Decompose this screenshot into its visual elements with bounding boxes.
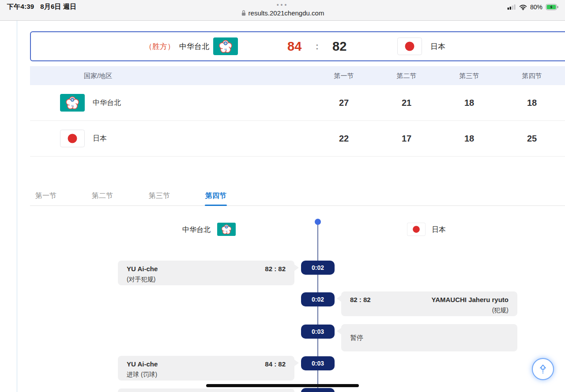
safari-ipad-window: u 下午4:398月6日 週日 ••• results.2021chengdu.… <box>0 0 565 392</box>
match-result-banner: （胜方） 中华台北 84 : 82 日本 <box>30 31 565 61</box>
japan-flag <box>60 129 85 148</box>
home-final-score: 84 <box>287 39 301 54</box>
q3-score: 18 <box>443 98 496 108</box>
timeline-start-dot <box>315 219 321 225</box>
event-player: YU Ai-che <box>127 360 158 369</box>
status-icons: 80% <box>507 4 559 11</box>
winner-label: （胜方） <box>145 41 175 52</box>
row-team-name: 中华台北 <box>93 98 121 108</box>
event-time-badge: 0:02 <box>301 261 335 275</box>
lock-icon <box>241 10 246 16</box>
address-bar[interactable]: results.2021chengdu.com <box>0 9 565 17</box>
away-final-score: 82 <box>332 39 347 54</box>
row-team-name: 日本 <box>93 134 107 143</box>
q1-score: 27 <box>317 98 370 108</box>
event-detail: (犯规) <box>350 306 508 314</box>
japan-flag <box>407 222 426 236</box>
event-card-away-foul: 82 : 82 YAMAUCHI Jaheru ryuto (犯规) <box>341 291 517 316</box>
event-detail: 进球 (罚球) <box>127 370 286 379</box>
event-score: 82 : 82 <box>265 265 286 273</box>
partial-event-card <box>118 388 294 392</box>
event-detail: (对手犯规) <box>127 275 286 284</box>
event-card-home-free-throw: YU Ai-che 84 : 82 进球 (罚球) <box>118 356 294 381</box>
table-row-japan: 日本 22 17 18 25 <box>30 121 565 157</box>
home-indicator-bar[interactable] <box>206 384 359 387</box>
event-time-badge: 0:02 <box>301 292 335 306</box>
q2-score: 17 <box>380 134 433 144</box>
column-header-q3: 第三节 <box>443 66 496 85</box>
chinese-taipei-flag <box>217 222 236 236</box>
tab-q2[interactable]: 第二节 <box>92 191 113 201</box>
quarters-table-header: 国家/地区 第一节 第二节 第三节 第四节 <box>30 66 565 85</box>
event-time-badge: 0:03 <box>301 356 335 370</box>
address-bar-url: results.2021chengdu.com <box>249 9 324 17</box>
page-left-rule <box>17 21 17 392</box>
battery-percent: 80% <box>530 4 542 11</box>
away-team-name: 日本 <box>430 41 445 52</box>
q4-score: 18 <box>505 98 558 108</box>
chinese-taipei-flag <box>213 37 238 55</box>
table-row-chinese-taipei: 中华台北 27 21 18 18 <box>30 85 565 121</box>
chinese-taipei-flag <box>60 93 85 112</box>
arrow-up-icon <box>537 363 549 375</box>
event-card-home-foul-drawn: YU Ai-che 82 : 82 (对手犯规) <box>118 261 294 285</box>
score-separator: : <box>316 41 319 52</box>
q2-score: 21 <box>380 98 433 108</box>
q1-score: 22 <box>317 134 370 144</box>
event-player: YAMAUCHI Jaheru ryuto <box>432 295 508 304</box>
event-score: 84 : 82 <box>265 360 286 369</box>
timeline-away-team: 日本 <box>432 225 446 235</box>
browser-status-bar: 下午4:398月6日 週日 ••• results.2021chengdu.co… <box>0 0 565 21</box>
q3-score: 18 <box>443 134 496 144</box>
period-tabs: 第一节 第二节 第三节 第四节 <box>30 190 565 206</box>
wifi-icon <box>519 4 527 10</box>
battery-charging-icon <box>546 4 559 10</box>
column-header-q4: 第四节 <box>505 66 558 85</box>
event-detail: 暂停 <box>341 324 517 351</box>
q4-score: 25 <box>505 134 558 144</box>
event-card-away-timeout: 暂停 <box>341 324 517 351</box>
column-header-q2: 第二节 <box>380 66 433 85</box>
home-team-name: 中华台北 <box>179 41 209 52</box>
event-time-badge: 0:03 <box>301 325 335 339</box>
event-player: YU Ai-che <box>127 265 158 273</box>
timeline-home-team: 中华台北 <box>182 225 211 235</box>
tab-overview-dots[interactable]: ••• <box>0 1 565 8</box>
japan-flag <box>397 37 422 55</box>
tab-q4-active[interactable]: 第四节 <box>205 191 226 201</box>
column-header-team: 国家/地区 <box>84 66 112 85</box>
scroll-to-top-button[interactable] <box>532 358 554 380</box>
column-header-q1: 第一节 <box>317 66 370 85</box>
cellular-signal-icon <box>507 4 516 10</box>
partial-time-badge <box>301 388 335 392</box>
tab-q3[interactable]: 第三节 <box>149 191 170 201</box>
event-score: 82 : 82 <box>350 295 371 304</box>
tab-q1[interactable]: 第一节 <box>35 191 56 201</box>
